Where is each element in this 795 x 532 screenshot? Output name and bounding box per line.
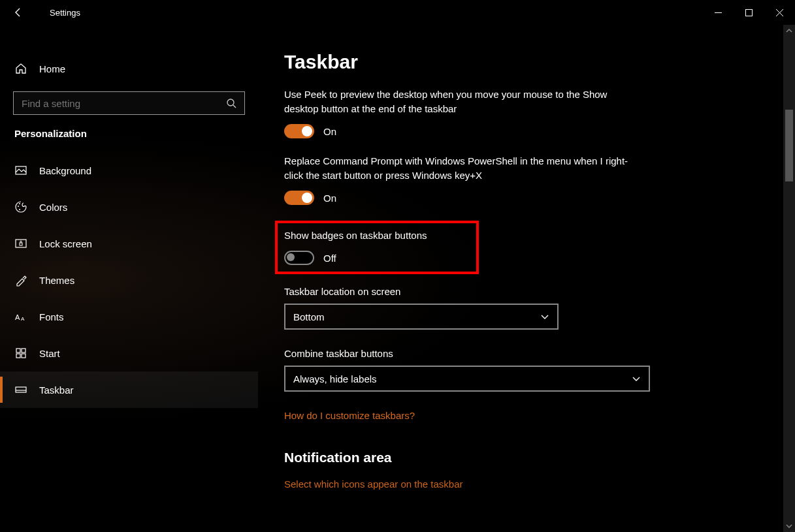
taskbar-icon [14, 383, 27, 396]
content-pane: Taskbar Use Peek to preview the desktop … [258, 25, 795, 532]
lock-screen-icon [14, 237, 27, 250]
svg-rect-16 [16, 354, 20, 358]
help-link[interactable]: How do I customize taskbars? [284, 410, 775, 421]
svg-point-9 [19, 209, 20, 210]
notification-icons-link[interactable]: Select which icons appear on the taskbar [284, 478, 775, 490]
title-bar-left: Settings [0, 7, 80, 18]
svg-rect-14 [16, 349, 20, 352]
badges-description: Show badges on taskbar buttons [284, 228, 470, 243]
vertical-scrollbar[interactable] [783, 25, 795, 532]
notification-area-header: Notification area [284, 450, 775, 465]
peek-toggle-label: On [323, 126, 336, 137]
window-controls [703, 2, 795, 23]
powershell-toggle-row: On [284, 191, 775, 205]
combine-value: Always, hide labels [293, 373, 377, 384]
peek-toggle-row: On [284, 124, 775, 138]
search-input[interactable] [22, 98, 226, 109]
powershell-toggle-label: On [323, 193, 336, 204]
sidebar: Home Personalization Background Colors [0, 25, 258, 532]
sidebar-category: Personalization [0, 128, 258, 152]
search-box[interactable] [13, 91, 245, 115]
scroll-up-arrow[interactable] [783, 25, 795, 37]
svg-rect-15 [22, 349, 25, 352]
peek-toggle[interactable] [284, 124, 314, 138]
combine-dropdown[interactable]: Always, hide labels [284, 366, 650, 392]
themes-icon [14, 274, 27, 287]
svg-rect-18 [16, 387, 26, 392]
sidebar-item-lock-screen[interactable]: Lock screen [0, 225, 258, 262]
sidebar-item-taskbar[interactable]: Taskbar [0, 371, 258, 408]
svg-point-8 [19, 203, 20, 204]
svg-text:A: A [15, 313, 20, 321]
page-title: Taskbar [284, 51, 775, 73]
title-bar: Settings [0, 0, 795, 25]
location-label: Taskbar location on screen [284, 286, 775, 297]
sidebar-item-label: Colors [39, 202, 67, 213]
powershell-description: Replace Command Prompt with Windows Powe… [284, 154, 637, 183]
main-area: Home Personalization Background Colors [0, 25, 795, 532]
combine-label: Combine taskbar buttons [284, 348, 775, 359]
badges-toggle[interactable] [284, 251, 314, 265]
sidebar-item-start[interactable]: Start [0, 335, 258, 371]
highlight-annotation: Show badges on taskbar buttons Off [275, 221, 479, 274]
back-button[interactable] [13, 7, 24, 18]
svg-rect-17 [22, 354, 25, 358]
palette-icon [14, 200, 27, 213]
peek-description: Use Peek to preview the desktop when you… [284, 87, 637, 116]
start-icon [14, 347, 27, 360]
sidebar-item-label: Start [39, 348, 60, 359]
scroll-down-arrow[interactable] [783, 520, 795, 532]
search-icon [226, 98, 236, 108]
svg-text:A: A [21, 316, 25, 322]
scrollbar-thumb[interactable] [785, 110, 793, 181]
sidebar-home-label: Home [39, 63, 65, 74]
svg-point-7 [18, 206, 19, 207]
chevron-down-icon [632, 374, 641, 383]
sidebar-item-label: Themes [39, 275, 74, 286]
badges-toggle-label: Off [323, 253, 336, 264]
picture-icon [14, 164, 27, 177]
app-title: Settings [50, 8, 80, 18]
svg-line-5 [233, 105, 236, 108]
sidebar-item-colors[interactable]: Colors [0, 189, 258, 225]
location-value: Bottom [293, 311, 325, 322]
home-icon [14, 62, 27, 75]
fonts-icon: AA [14, 310, 27, 323]
powershell-toggle[interactable] [284, 191, 314, 205]
minimize-button[interactable] [703, 2, 734, 23]
sidebar-item-background[interactable]: Background [0, 152, 258, 189]
maximize-button[interactable] [734, 2, 764, 23]
badges-toggle-row: Off [284, 251, 470, 265]
sidebar-item-fonts[interactable]: AA Fonts [0, 298, 258, 335]
sidebar-home[interactable]: Home [0, 51, 258, 86]
svg-rect-11 [20, 243, 22, 245]
close-button[interactable] [764, 2, 795, 23]
sidebar-item-label: Lock screen [39, 238, 92, 249]
sidebar-item-label: Fonts [39, 311, 64, 322]
svg-point-4 [227, 99, 234, 106]
location-dropdown[interactable]: Bottom [284, 304, 559, 330]
chevron-down-icon [540, 312, 549, 321]
sidebar-item-label: Background [39, 165, 91, 176]
svg-rect-1 [746, 9, 753, 16]
sidebar-item-themes[interactable]: Themes [0, 262, 258, 298]
sidebar-item-label: Taskbar [39, 384, 74, 396]
